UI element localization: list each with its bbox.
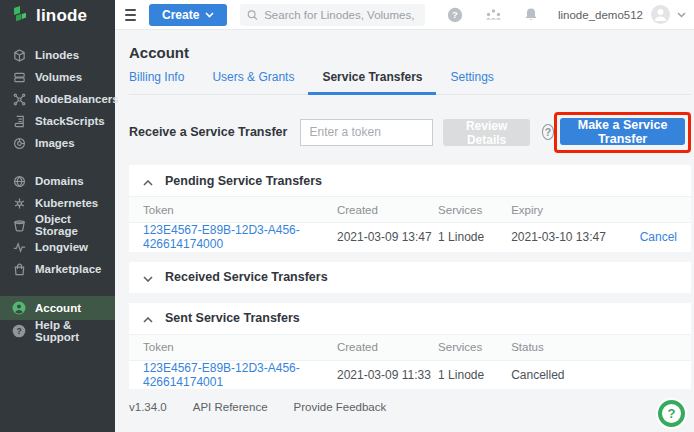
help-bubble-button[interactable]: ?: [658, 400, 685, 427]
sidebar-item-volumes[interactable]: Volumes: [0, 66, 115, 88]
sidebar-item-label: StackScripts: [35, 115, 105, 127]
sidebar-item-nodebalancers[interactable]: NodeBalancers: [0, 88, 115, 110]
table-row: 123E4567-E89B-12D3-A456-426614174000 202…: [129, 223, 691, 252]
receive-transfer-row: Receive a Service Transfer Review Detail…: [129, 111, 691, 153]
sidebar-item-label: Longview: [35, 241, 88, 253]
images-icon: [12, 136, 26, 150]
sidebar-item-label: Linodes: [35, 49, 79, 61]
column-header-created: Created: [337, 197, 438, 223]
tab-bar: Billing Info Users & Grants Service Tran…: [129, 70, 691, 95]
sent-transfers-accordion[interactable]: Sent Service Transfers: [129, 303, 691, 334]
linode-logo[interactable]: linode: [0, 0, 115, 32]
sent-transfers-table: Token Created Services Status 123E4567-E…: [129, 334, 691, 390]
sidebar-nav: Linodes Volumes NodeBalancers StackScrip…: [0, 44, 115, 342]
page-footer: v1.34.0 API Reference Provide Feedback: [129, 401, 691, 413]
account-icon: [12, 301, 26, 315]
sidebar-item-marketplace[interactable]: Marketplace: [0, 258, 115, 280]
notifications-bell-icon[interactable]: [524, 7, 538, 22]
question-mark-icon[interactable]: ?: [542, 124, 554, 140]
help-icon[interactable]: ?: [447, 7, 463, 23]
created-cell: 2021-03-09 13:47: [337, 223, 438, 252]
sidebar-item-label: Marketplace: [35, 263, 101, 275]
created-cell: 2021-03-09 11:33: [337, 360, 438, 389]
token-link[interactable]: 123E4567-E89B-12D3-A456-426614174001: [143, 361, 300, 389]
main-content: Account Billing Info Users & Grants Serv…: [115, 30, 694, 432]
cancel-link[interactable]: Cancel: [640, 230, 677, 244]
page-title: Account: [129, 44, 691, 61]
column-header-token: Token: [129, 197, 337, 223]
pulse-icon: [12, 240, 26, 254]
sidebar-item-label: Kubernetes: [35, 197, 98, 209]
sidebar-item-stackscripts[interactable]: StackScripts: [0, 110, 115, 132]
sidebar-item-kubernetes[interactable]: Kubernetes: [0, 192, 115, 214]
provide-feedback-link[interactable]: Provide Feedback: [294, 401, 387, 413]
nav-divider: [0, 154, 115, 170]
services-cell: 1 Linode: [438, 223, 511, 252]
volumes-icon: [12, 70, 26, 84]
api-reference-link[interactable]: API Reference: [193, 401, 268, 413]
menu-icon[interactable]: [125, 6, 136, 24]
tab-service-transfers[interactable]: Service Transfers: [308, 70, 436, 95]
chevron-down-icon: [205, 12, 214, 18]
sidebar-item-label: Account: [35, 302, 81, 314]
tab-users-grants[interactable]: Users & Grants: [198, 70, 308, 94]
section-title: Received Service Transfers: [165, 270, 328, 284]
annotation-highlight: Make a Service Transfer: [554, 112, 691, 153]
column-header-status: Status: [511, 334, 618, 360]
community-icon[interactable]: [485, 8, 502, 22]
logo-wordmark: linode: [36, 6, 87, 26]
sidebar-item-linodes[interactable]: Linodes: [0, 44, 115, 66]
sidebar-item-object-storage[interactable]: Object Storage: [0, 214, 115, 236]
pending-transfers-panel: Pending Service Transfers Token Created …: [129, 165, 691, 252]
table-header-row: Token Created Services Status: [129, 334, 691, 360]
pending-transfers-accordion[interactable]: Pending Service Transfers: [129, 165, 691, 196]
sidebar-item-label: NodeBalancers: [35, 93, 119, 105]
globe-icon: [12, 174, 26, 188]
sidebar-item-label: Help & Support: [35, 319, 115, 343]
sidebar-item-help-support[interactable]: ? Help & Support: [0, 320, 115, 342]
section-title: Sent Service Transfers: [165, 311, 300, 325]
column-header-services: Services: [438, 334, 511, 360]
svg-text:?: ?: [16, 326, 21, 336]
help-circle-icon: ?: [12, 324, 26, 338]
sidebar-item-domains[interactable]: Domains: [0, 170, 115, 192]
search-input[interactable]: [264, 9, 418, 21]
column-header-services: Services: [438, 197, 511, 223]
kubernetes-icon: [12, 196, 26, 210]
column-header-actions: [618, 197, 691, 223]
sidebar: linode Linodes Volumes NodeBalancers Sta…: [0, 0, 115, 432]
avatar[interactable]: [651, 5, 670, 24]
chevron-down-icon: [143, 268, 153, 286]
create-button[interactable]: Create: [149, 4, 227, 26]
status-cell: Cancelled: [511, 360, 618, 389]
expiry-cell: 2021-03-10 13:47: [511, 223, 618, 252]
sidebar-item-longview[interactable]: Longview: [0, 236, 115, 258]
sidebar-item-label: Domains: [35, 175, 84, 187]
table-header-row: Token Created Services Expiry: [129, 197, 691, 223]
make-service-transfer-button[interactable]: Make a Service Transfer: [560, 118, 685, 145]
token-link[interactable]: 123E4567-E89B-12D3-A456-426614174000: [143, 223, 300, 251]
pending-transfers-table: Token Created Services Expiry 123E4567-E…: [129, 196, 691, 252]
sidebar-item-label: Images: [35, 137, 75, 149]
sidebar-item-label: Volumes: [35, 71, 82, 83]
svg-text:?: ?: [452, 9, 458, 20]
review-details-button[interactable]: Review Details: [443, 119, 529, 146]
received-transfers-accordion[interactable]: Received Service Transfers: [129, 262, 691, 293]
version-label: v1.34.0: [129, 401, 167, 413]
sidebar-item-images[interactable]: Images: [0, 132, 115, 154]
tab-billing-info[interactable]: Billing Info: [129, 70, 198, 94]
nav-divider: [0, 280, 115, 296]
stackscripts-icon: [12, 114, 26, 128]
receive-transfer-label: Receive a Service Transfer: [129, 125, 287, 139]
global-search[interactable]: [240, 4, 425, 26]
token-input[interactable]: [300, 119, 433, 146]
username-label: linode_demo512: [558, 9, 643, 21]
bucket-icon: [12, 218, 26, 232]
chevron-up-icon: [143, 172, 153, 190]
marketplace-icon: [12, 262, 26, 276]
create-button-label: Create: [162, 8, 199, 22]
sidebar-item-account[interactable]: Account: [0, 296, 115, 320]
column-header-token: Token: [129, 334, 337, 360]
user-menu-chevron-icon[interactable]: [677, 12, 686, 18]
tab-settings[interactable]: Settings: [436, 70, 507, 94]
